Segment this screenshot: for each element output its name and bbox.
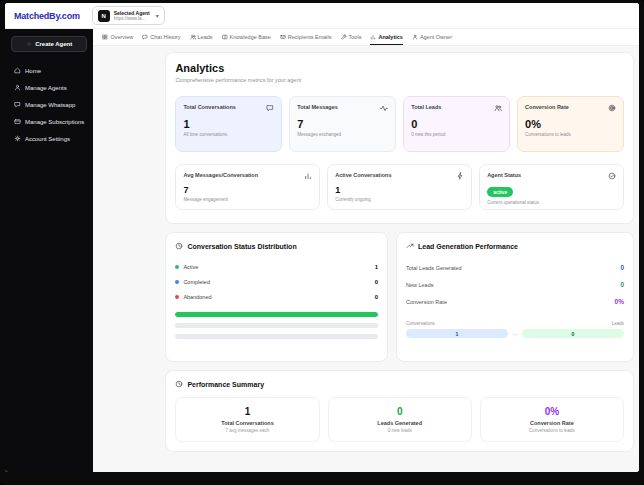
sidebar-item-manage-subscriptions[interactable]: Manage Subscriptions xyxy=(11,114,87,129)
tab-analytics[interactable]: Analytics xyxy=(370,29,402,45)
metric-row-total-leads: Total Leads Generated 0 xyxy=(406,259,624,276)
agent-avatar: N xyxy=(98,10,110,22)
tab-recipients-emails[interactable]: Recipients Emails xyxy=(280,29,332,45)
tab-knowledge-base[interactable]: Knowledge Base xyxy=(222,29,271,45)
tab-label: Tools xyxy=(349,34,362,40)
stat-sub: 0 new this period xyxy=(411,132,502,137)
tab-label: Recipients Emails xyxy=(288,34,332,40)
body-row: Create Agent Home Manage Agents Manage W… xyxy=(5,29,639,472)
summary-row: 1 Total Conversations 7 avg messages eac… xyxy=(175,397,624,442)
stat-value: 0% xyxy=(525,118,616,130)
content-area: Analytics Comprehensive performance metr… xyxy=(93,46,639,472)
home-icon xyxy=(14,67,21,74)
chat-icon xyxy=(14,101,21,108)
sidebar-item-manage-whatsapp[interactable]: Manage Whatsapp xyxy=(11,97,87,112)
tab-label: Chat History xyxy=(150,34,180,40)
distribution-label: Active xyxy=(183,264,198,270)
users-icon xyxy=(494,104,502,112)
stat-sub: Current operational status xyxy=(487,200,616,205)
stat-card-total-messages: Total Messages 7 Messages exchanged xyxy=(289,96,396,152)
completed-bar xyxy=(175,323,378,328)
sidebar-item-account-settings[interactable]: Account Settings xyxy=(11,131,87,146)
chevron-down-icon: ▾ xyxy=(156,12,159,19)
summary-label: Leads Generated xyxy=(335,420,465,426)
distribution-value: 0 xyxy=(375,294,378,300)
tab-chat-history[interactable]: Chat History xyxy=(142,29,180,45)
create-agent-label: Create Agent xyxy=(35,41,72,47)
chat-icon xyxy=(142,34,148,40)
tab-agent-owner[interactable]: Agent Owner xyxy=(412,29,452,45)
sidebar-item-label: Manage Agents xyxy=(25,85,67,91)
active-status-dot xyxy=(175,265,179,269)
analytics-panel: Analytics Comprehensive performance metr… xyxy=(165,52,634,224)
active-bar xyxy=(175,312,378,317)
funnel-labels: Conversations Leads xyxy=(406,321,624,326)
agent-selector-value: https://www.la... xyxy=(114,16,150,22)
app-logo[interactable]: MatchedBy.com xyxy=(14,11,80,21)
summary-value: 1 xyxy=(182,406,312,417)
check-circle-icon xyxy=(608,172,616,180)
tab-label: Leads xyxy=(198,34,213,40)
stat-value: 1 xyxy=(335,185,464,195)
tab-overview[interactable]: Overview xyxy=(102,29,133,45)
gear-icon xyxy=(14,135,21,142)
page-title: Analytics xyxy=(175,62,624,74)
metric-row-conversion-rate: Conversion Rate 0% xyxy=(406,293,624,310)
stat-label: Active Conversations xyxy=(335,172,391,178)
sidebar-item-manage-agents[interactable]: Manage Agents xyxy=(11,80,87,95)
summary-value: 0 xyxy=(335,406,465,417)
stat-label: Total Conversations xyxy=(183,104,235,110)
agent-selector-dropdown[interactable]: N Selected Agent https://www.la... ▾ xyxy=(92,6,165,25)
create-agent-button[interactable]: Create Agent xyxy=(11,36,87,52)
sidebar-item-label: Home xyxy=(25,68,41,74)
card-title-text: Conversation Status Distribution xyxy=(187,243,296,250)
stat-label: Agent Status xyxy=(487,172,521,178)
metric-value: 0% xyxy=(615,298,624,305)
summary-label: Total Conversations xyxy=(182,420,312,426)
funnel-right-label: Leads xyxy=(612,321,624,326)
distribution-label: Abandoned xyxy=(183,294,211,300)
funnel-left-label: Conversations xyxy=(406,321,435,326)
card-agent-status: Agent Status active Current operational … xyxy=(479,164,624,210)
summary-leads-generated: 0 Leads Generated 0 new leads xyxy=(328,397,472,442)
sidebar-item-label: Manage Subscriptions xyxy=(25,119,84,125)
chat-icon xyxy=(266,104,274,112)
tab-tools[interactable]: Tools xyxy=(341,29,362,45)
metric-value: 0 xyxy=(620,264,624,271)
summary-sub: 7 avg messages each xyxy=(182,428,312,433)
grid-icon xyxy=(102,34,108,40)
metric-label: Conversion Rate xyxy=(406,299,447,305)
distribution-row-completed: Completed 0 xyxy=(175,274,378,289)
abandoned-status-dot xyxy=(175,295,179,299)
performance-summary-card: Performance Summary 1 Total Conversation… xyxy=(165,370,634,452)
arrow-right-icon: → xyxy=(512,331,518,337)
leads-funnel-bar: 0 xyxy=(522,329,624,338)
two-column-row: Conversation Status Distribution Active … xyxy=(165,232,634,362)
zap-icon xyxy=(456,172,464,180)
clock-icon xyxy=(175,380,183,388)
topbar: MatchedBy.com N Selected Agent https://w… xyxy=(5,3,639,29)
distribution-row-abandoned: Abandoned 0 xyxy=(175,289,378,304)
stat-label: Conversion Rate xyxy=(525,104,569,110)
summary-sub: 0 new leads xyxy=(335,428,465,433)
agent-selector-label: Selected Agent xyxy=(114,10,150,16)
distribution-value: 1 xyxy=(375,264,378,270)
stat-value: 1 xyxy=(183,118,274,130)
agent-status-badge: active xyxy=(487,187,513,197)
book-icon xyxy=(222,34,228,40)
card-active-conversations: Active Conversations 1 Currently ongoing xyxy=(327,164,472,210)
stat-sub: Messages exchanged xyxy=(297,132,388,137)
distribution-value: 0 xyxy=(375,279,378,285)
sidebar-item-home[interactable]: Home xyxy=(11,63,87,78)
sidebar-item-label: Account Settings xyxy=(25,136,70,142)
secondary-cards-row: Avg Messages/Conversation 7 Message enga… xyxy=(175,164,624,210)
activity-icon xyxy=(380,104,388,112)
stat-label: Avg Messages/Conversation xyxy=(183,172,258,178)
stat-label: Total Leads xyxy=(411,104,441,110)
tab-leads[interactable]: Leads xyxy=(190,29,213,45)
wrench-icon xyxy=(341,34,347,40)
summary-sub: Conversations to leads xyxy=(487,428,617,433)
conversation-status-card: Conversation Status Distribution Active … xyxy=(165,232,388,362)
distribution-row-active: Active 1 xyxy=(175,259,378,274)
user-icon xyxy=(14,84,21,91)
